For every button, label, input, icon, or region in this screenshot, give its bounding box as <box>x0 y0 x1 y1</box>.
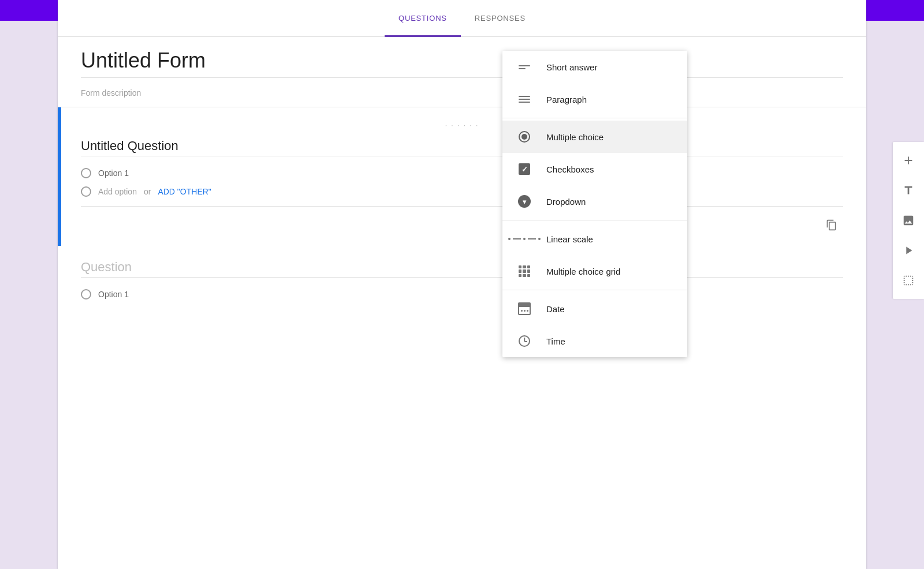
time-label: Time <box>546 336 565 346</box>
linear-scale-label: Linear scale <box>546 234 593 244</box>
card-footer <box>81 207 843 237</box>
menu-item-short-answer[interactable]: Short answer <box>502 51 687 83</box>
checkbox-icon <box>516 161 532 177</box>
dropdown-label: Dropdown <box>546 197 586 207</box>
right-sidebar <box>893 142 924 299</box>
multiple-choice-label: Multiple choice <box>546 132 603 142</box>
add-section-button[interactable] <box>897 269 920 292</box>
tabs-bar: QUESTIONS RESPONSES <box>58 0 866 37</box>
form-title[interactable]: Untitled Form <box>81 48 843 78</box>
paragraph-icon <box>516 91 532 107</box>
add-title-button[interactable] <box>897 179 920 202</box>
tab-responses[interactable]: RESPONSES <box>461 0 539 37</box>
time-icon <box>516 333 532 349</box>
option-item-2: Option 1 <box>81 289 843 300</box>
add-other-link[interactable]: ADD "OTHER" <box>158 187 211 196</box>
drag-handle: · · · · · · <box>81 121 843 129</box>
menu-item-dropdown[interactable]: Dropdown <box>502 185 687 218</box>
option-item: Option 1 <box>81 168 843 178</box>
radio-circle <box>81 168 91 178</box>
add-option-radio <box>81 186 91 197</box>
main-content: QUESTIONS RESPONSES Untitled Form Form d… <box>58 0 866 569</box>
add-question-button[interactable] <box>897 149 920 172</box>
question-title-blank[interactable]: Question <box>81 260 843 278</box>
menu-divider-2 <box>502 220 687 220</box>
add-option-row: Add option or ADD "OTHER" <box>81 186 843 197</box>
menu-item-multiple-choice[interactable]: Multiple choice <box>502 121 687 153</box>
grid-label: Multiple choice grid <box>546 267 620 276</box>
date-label: Date <box>546 304 565 314</box>
paragraph-label: Paragraph <box>546 95 587 104</box>
linear-scale-icon <box>516 231 532 247</box>
menu-divider-1 <box>502 118 687 118</box>
menu-item-date[interactable]: Date <box>502 293 687 325</box>
menu-item-grid[interactable]: Multiple choice grid <box>502 255 687 287</box>
checkboxes-label: Checkboxes <box>546 164 594 174</box>
question-title[interactable]: Untitled Question <box>81 138 843 156</box>
menu-item-checkboxes[interactable]: Checkboxes <box>502 153 687 185</box>
short-answer-icon <box>516 59 532 75</box>
grid-icon <box>516 263 532 279</box>
question-type-dropdown: Short answer Paragraph Multiple choice C… <box>502 51 687 357</box>
short-answer-label: Short answer <box>546 62 597 72</box>
add-option-text[interactable]: Add option <box>98 187 137 196</box>
question-card-inner: Untitled Question Option 1 Add option or… <box>81 138 843 207</box>
option-1-label-2: Option 1 <box>98 290 129 299</box>
tab-questions[interactable]: QUESTIONS <box>385 0 461 37</box>
date-icon <box>516 301 532 317</box>
add-image-button[interactable] <box>897 209 920 232</box>
radio-filled-icon <box>516 129 532 145</box>
add-video-button[interactable] <box>897 239 920 262</box>
radio-circle-2 <box>81 289 91 300</box>
menu-divider-3 <box>502 290 687 290</box>
or-text: or <box>144 187 151 196</box>
duplicate-button[interactable] <box>820 214 843 237</box>
menu-item-time[interactable]: Time <box>502 325 687 357</box>
form-description[interactable]: Form description <box>81 85 843 101</box>
menu-item-paragraph[interactable]: Paragraph <box>502 83 687 115</box>
question-card-2: Question Option 1 <box>58 246 866 317</box>
dropdown-icon <box>516 193 532 209</box>
menu-item-linear-scale[interactable]: Linear scale <box>502 223 687 255</box>
option-1-label: Option 1 <box>98 169 129 178</box>
form-title-section: Untitled Form Form description <box>58 37 866 107</box>
question-card-1: · · · · · · Untitled Question Option 1 A… <box>58 107 866 246</box>
